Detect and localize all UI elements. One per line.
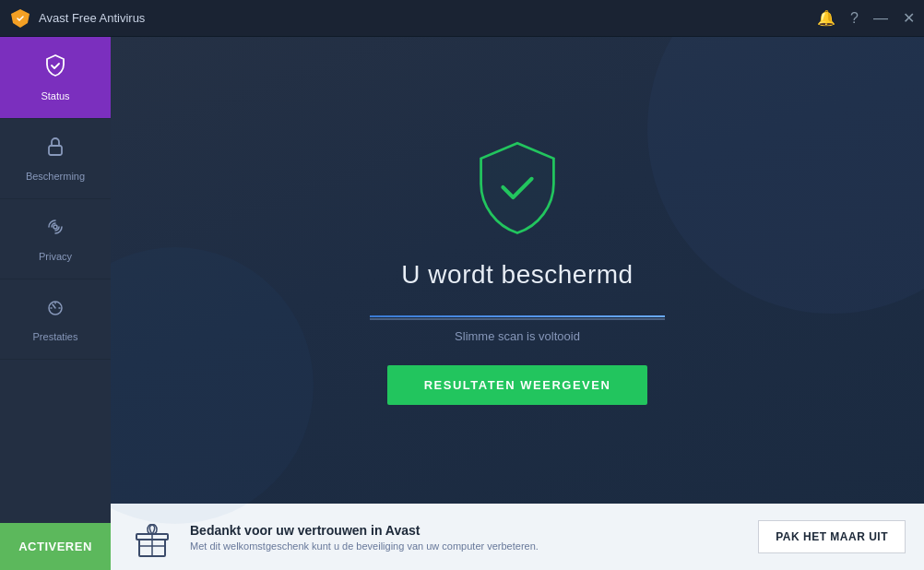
shield-container [467,137,568,242]
banner-button[interactable]: PAK HET MAAR UIT [758,520,906,553]
sidebar-privacy-label: Privacy [39,251,72,262]
scan-status-text: Slimme scan is voltooid [455,329,580,343]
bell-icon[interactable]: 🔔 [817,9,835,27]
results-button[interactable]: RESULTATEN WEERGEVEN [387,365,648,405]
help-icon[interactable]: ? [850,10,859,27]
status-shield-icon [43,53,67,83]
sidebar-item-bescherming[interactable]: Bescherming [0,119,111,199]
sidebar-bescherming-label: Bescherming [26,171,85,182]
status-title: U wordt beschermd [401,260,633,290]
banner-text-container: Bedankt voor uw vertrouwen in Avast Met … [190,523,758,552]
lock-icon [44,136,66,163]
sidebar-item-status[interactable]: Status [0,37,111,119]
fingerprint-icon [44,216,66,243]
activate-button[interactable]: ACTIVEREN [0,523,111,570]
sidebar-item-privacy[interactable]: Privacy [0,199,111,279]
progress-container [370,317,665,320]
progress-bar-bg [370,317,665,320]
avast-logo [9,7,31,30]
protection-shield-icon [467,137,568,238]
main-layout: Status Bescherming Privac [0,37,924,570]
content-area: U wordt beschermd Slimme scan is voltooi… [111,37,924,570]
titlebar: Avast Free Antivirus 🔔 ? — ✕ [0,0,924,37]
window-controls: 🔔 ? — ✕ [817,9,915,27]
speedometer-icon [44,296,66,324]
bottom-banner: Bedankt voor uw vertrouwen in Avast Met … [111,504,924,570]
app-title: Avast Free Antivirus [39,11,817,25]
svg-point-1 [53,225,57,229]
close-icon[interactable]: ✕ [903,9,915,27]
banner-subtitle: Met dit welkomstgeschenk kunt u de bevei… [190,540,758,552]
banner-title: Bedankt voor uw vertrouwen in Avast [190,523,758,538]
sidebar: Status Bescherming Privac [0,37,111,570]
minimize-icon[interactable]: — [873,10,888,27]
sidebar-status-label: Status [41,90,69,101]
sidebar-prestaties-label: Prestaties [33,331,78,342]
progress-bar-fill [370,315,665,317]
svg-rect-0 [49,146,62,155]
sidebar-item-prestaties[interactable]: Prestaties [0,279,111,360]
